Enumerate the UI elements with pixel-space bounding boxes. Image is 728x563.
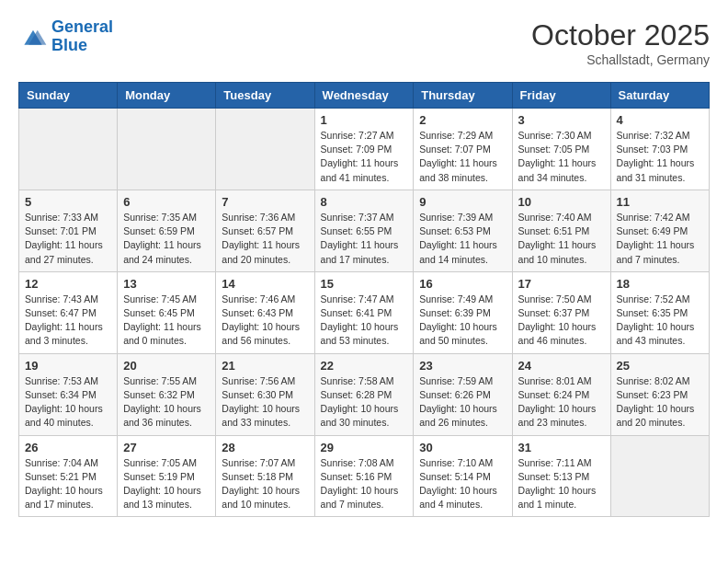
day-info: Sunrise: 7:27 AM Sunset: 7:09 PM Dayligh… <box>321 129 408 185</box>
day-info: Sunrise: 7:08 AM Sunset: 5:16 PM Dayligh… <box>321 456 408 512</box>
day-info: Sunrise: 7:10 AM Sunset: 5:14 PM Dayligh… <box>419 456 506 512</box>
day-header-saturday: Saturday <box>610 83 709 109</box>
calendar-cell: 1Sunrise: 7:27 AM Sunset: 7:09 PM Daylig… <box>314 109 414 190</box>
day-header-monday: Monday <box>118 83 216 109</box>
calendar-cell: 10Sunrise: 7:40 AM Sunset: 6:51 PM Dayli… <box>512 190 610 271</box>
logo-text: General Blue <box>51 18 113 55</box>
day-number: 18 <box>617 277 703 291</box>
calendar-cell: 18Sunrise: 7:52 AM Sunset: 6:35 PM Dayli… <box>610 271 709 353</box>
day-info: Sunrise: 7:32 AM Sunset: 7:03 PM Dayligh… <box>617 129 703 185</box>
day-number: 22 <box>321 359 408 373</box>
day-info: Sunrise: 7:40 AM Sunset: 6:51 PM Dayligh… <box>518 211 605 267</box>
month-title: October 2025 <box>531 18 710 52</box>
day-number: 20 <box>123 359 210 373</box>
calendar-week-3: 12Sunrise: 7:43 AM Sunset: 6:47 PM Dayli… <box>19 271 710 353</box>
day-info: Sunrise: 7:35 AM Sunset: 6:59 PM Dayligh… <box>123 211 210 267</box>
day-info: Sunrise: 7:50 AM Sunset: 6:37 PM Dayligh… <box>518 293 605 349</box>
calendar-cell: 26Sunrise: 7:04 AM Sunset: 5:21 PM Dayli… <box>19 435 118 517</box>
calendar-cell: 31Sunrise: 7:11 AM Sunset: 5:13 PM Dayli… <box>512 435 610 517</box>
day-number: 11 <box>617 195 703 209</box>
calendar-cell: 14Sunrise: 7:46 AM Sunset: 6:43 PM Dayli… <box>216 271 314 353</box>
day-info: Sunrise: 7:37 AM Sunset: 6:55 PM Dayligh… <box>321 211 408 267</box>
day-info: Sunrise: 7:49 AM Sunset: 6:39 PM Dayligh… <box>419 293 506 349</box>
day-info: Sunrise: 7:55 AM Sunset: 6:32 PM Dayligh… <box>123 374 210 431</box>
day-number: 10 <box>518 195 605 209</box>
title-block: October 2025 Schallstadt, Germany <box>531 18 710 67</box>
calendar-cell: 21Sunrise: 7:56 AM Sunset: 6:30 PM Dayli… <box>216 353 314 435</box>
calendar-cell: 28Sunrise: 7:07 AM Sunset: 5:18 PM Dayli… <box>216 435 314 517</box>
day-number: 9 <box>419 195 506 209</box>
day-info: Sunrise: 7:29 AM Sunset: 7:07 PM Dayligh… <box>419 129 506 185</box>
day-number: 5 <box>25 195 111 209</box>
day-header-friday: Friday <box>512 83 610 109</box>
calendar-cell: 13Sunrise: 7:45 AM Sunset: 6:45 PM Dayli… <box>118 271 216 353</box>
page-header: General Blue October 2025 Schallstadt, G… <box>18 18 710 67</box>
day-info: Sunrise: 7:04 AM Sunset: 5:21 PM Dayligh… <box>25 456 111 512</box>
day-number: 3 <box>518 113 605 127</box>
day-number: 17 <box>518 277 605 291</box>
calendar-cell <box>118 109 216 190</box>
calendar-cell: 4Sunrise: 7:32 AM Sunset: 7:03 PM Daylig… <box>610 109 709 190</box>
calendar-cell: 17Sunrise: 7:50 AM Sunset: 6:37 PM Dayli… <box>512 271 610 353</box>
day-info: Sunrise: 7:33 AM Sunset: 7:01 PM Dayligh… <box>25 211 111 267</box>
day-header-wednesday: Wednesday <box>314 83 414 109</box>
day-info: Sunrise: 7:39 AM Sunset: 6:53 PM Dayligh… <box>419 211 506 267</box>
day-info: Sunrise: 7:56 AM Sunset: 6:30 PM Dayligh… <box>222 374 308 431</box>
day-info: Sunrise: 7:05 AM Sunset: 5:19 PM Dayligh… <box>123 456 210 512</box>
calendar-cell: 15Sunrise: 7:47 AM Sunset: 6:41 PM Dayli… <box>314 271 414 353</box>
day-number: 28 <box>222 441 308 454</box>
calendar-cell: 16Sunrise: 7:49 AM Sunset: 6:39 PM Dayli… <box>414 271 512 353</box>
day-number: 27 <box>123 441 210 454</box>
calendar-cell: 6Sunrise: 7:35 AM Sunset: 6:59 PM Daylig… <box>118 190 216 271</box>
day-header-sunday: Sunday <box>19 83 118 109</box>
day-info: Sunrise: 7:47 AM Sunset: 6:41 PM Dayligh… <box>321 293 408 349</box>
day-number: 29 <box>321 441 408 454</box>
day-header-thursday: Thursday <box>414 83 512 109</box>
logo-line1: General <box>51 17 113 36</box>
calendar-header-row: SundayMondayTuesdayWednesdayThursdayFrid… <box>19 83 710 109</box>
day-number: 25 <box>617 359 703 373</box>
day-number: 6 <box>123 195 210 209</box>
day-number: 13 <box>123 277 210 291</box>
day-number: 1 <box>321 113 408 127</box>
calendar-cell: 27Sunrise: 7:05 AM Sunset: 5:19 PM Dayli… <box>118 435 216 517</box>
calendar-cell: 3Sunrise: 7:30 AM Sunset: 7:05 PM Daylig… <box>512 109 610 190</box>
day-number: 31 <box>518 441 605 454</box>
logo-line2: Blue <box>51 36 87 54</box>
calendar-cell: 24Sunrise: 8:01 AM Sunset: 6:24 PM Dayli… <box>512 353 610 435</box>
calendar-week-1: 1Sunrise: 7:27 AM Sunset: 7:09 PM Daylig… <box>19 109 710 190</box>
calendar-cell: 25Sunrise: 8:02 AM Sunset: 6:23 PM Dayli… <box>610 353 709 435</box>
day-number: 12 <box>25 277 111 291</box>
calendar-cell: 2Sunrise: 7:29 AM Sunset: 7:07 PM Daylig… <box>414 109 512 190</box>
day-info: Sunrise: 7:07 AM Sunset: 5:18 PM Dayligh… <box>222 456 308 512</box>
day-number: 26 <box>25 441 111 454</box>
day-number: 23 <box>419 359 506 373</box>
calendar-cell: 11Sunrise: 7:42 AM Sunset: 6:49 PM Dayli… <box>610 190 709 271</box>
day-number: 4 <box>617 113 703 127</box>
calendar-cell: 12Sunrise: 7:43 AM Sunset: 6:47 PM Dayli… <box>19 271 118 353</box>
day-info: Sunrise: 8:02 AM Sunset: 6:23 PM Dayligh… <box>617 374 703 431</box>
location: Schallstadt, Germany <box>531 52 710 67</box>
day-info: Sunrise: 7:43 AM Sunset: 6:47 PM Dayligh… <box>25 293 111 349</box>
day-header-tuesday: Tuesday <box>216 83 314 109</box>
day-info: Sunrise: 7:11 AM Sunset: 5:13 PM Dayligh… <box>518 456 605 512</box>
day-number: 21 <box>222 359 308 373</box>
calendar-week-5: 26Sunrise: 7:04 AM Sunset: 5:21 PM Dayli… <box>19 435 710 517</box>
calendar-cell: 23Sunrise: 7:59 AM Sunset: 6:26 PM Dayli… <box>414 353 512 435</box>
day-number: 2 <box>419 113 506 127</box>
calendar-week-2: 5Sunrise: 7:33 AM Sunset: 7:01 PM Daylig… <box>19 190 710 271</box>
day-info: Sunrise: 7:30 AM Sunset: 7:05 PM Dayligh… <box>518 129 605 185</box>
calendar-cell: 29Sunrise: 7:08 AM Sunset: 5:16 PM Dayli… <box>314 435 414 517</box>
day-number: 16 <box>419 277 506 291</box>
day-info: Sunrise: 7:46 AM Sunset: 6:43 PM Dayligh… <box>222 293 308 349</box>
day-number: 24 <box>518 359 605 373</box>
logo-icon <box>18 24 48 50</box>
day-info: Sunrise: 7:45 AM Sunset: 6:45 PM Dayligh… <box>123 293 210 349</box>
day-info: Sunrise: 7:36 AM Sunset: 6:57 PM Dayligh… <box>222 211 308 267</box>
calendar-cell: 8Sunrise: 7:37 AM Sunset: 6:55 PM Daylig… <box>314 190 414 271</box>
calendar-cell <box>610 435 709 517</box>
day-number: 7 <box>222 195 308 209</box>
day-info: Sunrise: 7:58 AM Sunset: 6:28 PM Dayligh… <box>321 374 408 431</box>
calendar-cell: 22Sunrise: 7:58 AM Sunset: 6:28 PM Dayli… <box>314 353 414 435</box>
day-info: Sunrise: 7:53 AM Sunset: 6:34 PM Dayligh… <box>25 374 111 431</box>
